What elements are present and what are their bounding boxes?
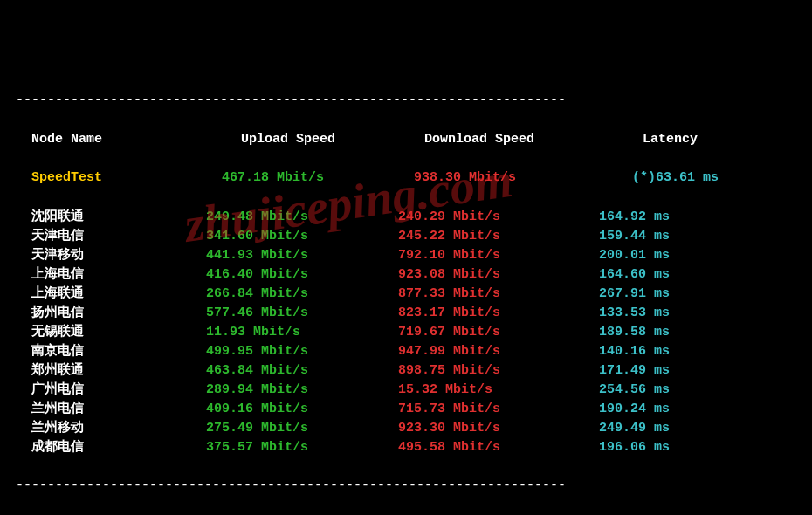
node-name: 兰州移动 bbox=[31, 419, 206, 439]
latency-value: 140.16 ms bbox=[599, 342, 670, 362]
divider-top: ----------------------------------------… bbox=[16, 91, 796, 110]
table-row: 兰州移动275.49 Mbit/s923.30 Mbit/s249.49 ms bbox=[16, 419, 796, 438]
node-name: 无锡联通 bbox=[31, 323, 206, 343]
table-row: 兰州电信409.16 Mbit/s715.73 Mbit/s190.24 ms bbox=[16, 400, 796, 419]
latency-value: 159.44 ms bbox=[599, 227, 670, 247]
node-name: 沈阳联通 bbox=[31, 208, 206, 228]
node-name: 南京电信 bbox=[31, 342, 206, 362]
table-row: 成都电信375.57 Mbit/s495.58 Mbit/s196.06 ms bbox=[16, 438, 796, 457]
latency-value: 200.01 ms bbox=[599, 246, 670, 266]
latency-value: 164.92 ms bbox=[599, 208, 670, 228]
download-value: 877.33 Mbit/s bbox=[398, 285, 599, 305]
download-value: 898.75 Mbit/s bbox=[398, 361, 599, 381]
header-download: Download Speed bbox=[424, 130, 643, 150]
download-value: 15.32 Mbit/s bbox=[398, 381, 599, 401]
node-name: 上海联通 bbox=[31, 285, 206, 305]
node-name: 扬州电信 bbox=[31, 304, 206, 324]
node-name: 天津电信 bbox=[31, 227, 206, 247]
header-upload: Upload Speed bbox=[241, 130, 424, 150]
upload-value: 499.95 Mbit/s bbox=[206, 342, 398, 362]
table-row: 广州电信289.94 Mbit/s15.32 Mbit/s254.56 ms bbox=[16, 381, 796, 400]
download-value: 792.10 Mbit/s bbox=[398, 246, 599, 266]
download-value: 923.30 Mbit/s bbox=[398, 419, 599, 439]
upload-value: 266.84 Mbit/s bbox=[206, 285, 398, 305]
speedtest-latency: (*)63.61 ms bbox=[632, 168, 719, 189]
download-value: 240.29 Mbit/s bbox=[398, 208, 599, 228]
upload-value: 289.94 Mbit/s bbox=[206, 381, 398, 401]
node-name: 成都电信 bbox=[31, 438, 206, 458]
speedtest-label: SpeedTest bbox=[31, 168, 206, 189]
latency-value: 254.56 ms bbox=[599, 381, 670, 401]
header-node: Node Name bbox=[31, 130, 241, 150]
upload-value: 341.60 Mbit/s bbox=[206, 227, 398, 247]
table-row: 上海电信416.40 Mbit/s923.08 Mbit/s164.60 ms bbox=[16, 265, 796, 285]
upload-value: 441.93 Mbit/s bbox=[206, 246, 398, 266]
node-name: 兰州电信 bbox=[31, 400, 206, 420]
download-value: 495.58 Mbit/s bbox=[398, 438, 599, 458]
download-value: 245.22 Mbit/s bbox=[398, 227, 599, 247]
latency-value: 190.24 ms bbox=[599, 400, 670, 420]
speedtest-row: SpeedTest 467.18 Mbit/s938.30 Mbit/s(*)6… bbox=[16, 168, 796, 188]
download-value: 719.67 Mbit/s bbox=[398, 323, 599, 343]
node-name: 广州电信 bbox=[31, 381, 206, 401]
latency-value: 164.60 ms bbox=[599, 265, 670, 285]
table-row: 无锡联通11.93 Mbit/s719.67 Mbit/s189.58 ms bbox=[16, 323, 796, 342]
node-rows: 沈阳联通249.48 Mbit/s240.29 Mbit/s164.92 ms … bbox=[16, 208, 796, 457]
download-value: 947.99 Mbit/s bbox=[398, 342, 599, 362]
table-row: 沈阳联通249.48 Mbit/s240.29 Mbit/s164.92 ms bbox=[16, 208, 796, 227]
table-row: 天津电信341.60 Mbit/s245.22 Mbit/s159.44 ms bbox=[16, 227, 796, 246]
latency-value: 171.49 ms bbox=[599, 361, 670, 381]
download-value: 823.17 Mbit/s bbox=[398, 304, 599, 324]
divider-mid: ----------------------------------------… bbox=[16, 477, 796, 496]
node-name: 上海电信 bbox=[31, 265, 206, 285]
latency-value: 133.53 ms bbox=[599, 304, 670, 324]
download-value: 923.08 Mbit/s bbox=[398, 265, 599, 285]
upload-value: 409.16 Mbit/s bbox=[206, 400, 398, 420]
upload-value: 577.46 Mbit/s bbox=[206, 304, 398, 324]
latency-value: 267.91 ms bbox=[599, 285, 670, 305]
header-row: Node NameUpload SpeedDownload SpeedLaten… bbox=[16, 130, 796, 149]
download-value: 715.73 Mbit/s bbox=[398, 400, 599, 420]
latency-value: 189.58 ms bbox=[599, 323, 670, 343]
table-row: 天津移动441.93 Mbit/s792.10 Mbit/s200.01 ms bbox=[16, 246, 796, 265]
node-name: 天津移动 bbox=[31, 246, 206, 266]
upload-value: 249.48 Mbit/s bbox=[206, 208, 398, 228]
upload-value: 463.84 Mbit/s bbox=[206, 361, 398, 381]
speedtest-download: 938.30 Mbit/s bbox=[414, 168, 632, 189]
upload-value: 275.49 Mbit/s bbox=[206, 419, 398, 439]
upload-value: 11.93 Mbit/s bbox=[206, 323, 398, 343]
upload-value: 375.57 Mbit/s bbox=[206, 438, 398, 458]
header-latency: Latency bbox=[643, 130, 698, 150]
table-row: 郑州联通463.84 Mbit/s898.75 Mbit/s171.49 ms bbox=[16, 361, 796, 381]
speedtest-upload: 467.18 Mbit/s bbox=[222, 168, 414, 189]
latency-value: 196.06 ms bbox=[599, 438, 670, 458]
node-name: 郑州联通 bbox=[31, 361, 206, 381]
table-row: 扬州电信577.46 Mbit/s823.17 Mbit/s133.53 ms bbox=[16, 304, 796, 323]
latency-value: 249.49 ms bbox=[599, 419, 670, 439]
upload-value: 416.40 Mbit/s bbox=[206, 265, 398, 285]
table-row: 南京电信499.95 Mbit/s947.99 Mbit/s140.16 ms bbox=[16, 342, 796, 361]
table-row: 上海联通266.84 Mbit/s877.33 Mbit/s267.91 ms bbox=[16, 285, 796, 304]
